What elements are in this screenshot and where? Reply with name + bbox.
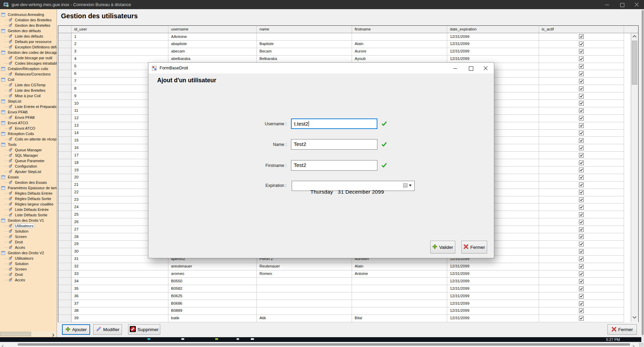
sidebar-item[interactable]: Tools	[0, 142, 57, 147]
sidebar-item[interactable]: Coils en attente de réception	[0, 136, 57, 142]
checkbox-checked[interactable]	[579, 212, 584, 217]
sidebar-item[interactable]: Accès	[0, 277, 57, 283]
sidebar-item[interactable]: Droit	[0, 239, 57, 245]
rdp-vscroll-thumb[interactable]	[642, 10, 644, 335]
row-header-cell[interactable]	[58, 167, 71, 174]
username-field[interactable]: t.test2	[291, 118, 377, 129]
sidebar-item[interactable]: Envoi PFAB	[0, 109, 57, 115]
dialog-titlebar[interactable]: FormBaseDroit	[148, 63, 494, 73]
row-header-cell[interactable]	[58, 100, 71, 107]
row-header-cell[interactable]	[58, 270, 71, 278]
taskbar-icon[interactable]	[181, 338, 184, 340]
checkbox-checked[interactable]	[579, 286, 584, 291]
checkbox-checked[interactable]	[579, 71, 584, 76]
checkbox-checked[interactable]	[579, 227, 584, 232]
row-header-cell[interactable]	[58, 241, 71, 248]
taskbar-icon[interactable]	[251, 338, 254, 340]
sidebar-item[interactable]: Liste Entrée et Préparation	[0, 104, 57, 109]
sidebar-item[interactable]: Essais	[0, 174, 57, 180]
taskbar-item[interactable]	[21, 338, 31, 340]
sidebar-item[interactable]: Configuration	[0, 164, 57, 169]
row-header-cell[interactable]	[58, 78, 71, 85]
row-header-cell[interactable]	[58, 218, 71, 226]
dialog-maximize-icon[interactable]	[468, 66, 473, 70]
row-header-cell[interactable]	[58, 300, 71, 307]
sidebar-item[interactable]: Solution	[0, 229, 57, 234]
sidebar-item[interactable]: Coil	[0, 77, 57, 82]
sidebar-item[interactable]: Codes blocages intraitables	[0, 61, 57, 66]
expiration-date-picker[interactable]: Thursday 31 December 2099	[292, 181, 415, 191]
row-header-cell[interactable]	[58, 115, 71, 122]
table-row[interactable]: 3abecamBecamAurore12/31/2099	[58, 48, 638, 56]
taskbar-icon[interactable]	[215, 338, 218, 340]
sidebar-item[interactable]: Liste des défauts	[0, 34, 57, 39]
checkbox-checked[interactable]	[579, 57, 584, 61]
checkbox-checked[interactable]	[579, 220, 584, 224]
sidebar-item[interactable]: Relances/Corrections	[0, 71, 57, 77]
rdp-horizontal-scrollbar[interactable]	[0, 342, 644, 347]
sidebar-item[interactable]: Utilisateurs	[0, 223, 57, 229]
sidebar-item[interactable]: Règles Défauts Entrée	[0, 191, 57, 196]
checkbox-checked[interactable]	[579, 234, 584, 239]
checkbox-checked[interactable]	[579, 42, 584, 46]
row-header-cell[interactable]	[58, 196, 71, 204]
dialog-close-button[interactable]: Fermer	[461, 241, 487, 254]
maximize-icon[interactable]	[620, 2, 624, 7]
sidebar-item[interactable]: Continuous Annealing	[0, 12, 57, 17]
row-header-cell[interactable]	[58, 107, 71, 115]
sidebar-item[interactable]: Gestion des Droits V2	[0, 250, 57, 256]
checkbox-checked[interactable]	[579, 175, 584, 180]
row-header-cell[interactable]	[58, 159, 71, 167]
minimize-icon[interactable]	[605, 2, 609, 7]
sidebar-item[interactable]: Liste des CGTemp	[0, 82, 57, 88]
table-row[interactable]: 32areutenauerReutenauerAlain12/31/2099	[58, 263, 638, 270]
checkbox-checked[interactable]	[579, 94, 584, 99]
checkbox-checked[interactable]	[579, 316, 584, 321]
sidebar-item[interactable]: Paramètres Epaisseur de laminage	[0, 185, 57, 191]
row-header-cell[interactable]	[58, 63, 71, 70]
add-user-button[interactable]: Ajouter	[62, 324, 90, 335]
row-header-cell[interactable]	[58, 137, 71, 144]
row-header-cell[interactable]	[58, 130, 71, 137]
row-header-cell[interactable]	[58, 248, 71, 256]
row-header-cell[interactable]	[58, 181, 71, 189]
sidebar-item[interactable]: Accès	[0, 245, 57, 250]
sidebar-item[interactable]: Réception Coils	[0, 131, 57, 136]
sidebar-item[interactable]: Screen	[0, 234, 57, 239]
scroll-right-icon[interactable]	[632, 343, 635, 347]
checkbox-checked[interactable]	[579, 272, 584, 276]
checkbox-checked[interactable]	[579, 131, 584, 135]
name-field[interactable]: Test2	[291, 139, 377, 150]
sidebar-item[interactable]: Exception Définitions défauts	[0, 44, 57, 50]
sidebar-item[interactable]: Gestion des défauts	[0, 28, 57, 34]
checkbox-checked[interactable]	[579, 190, 584, 195]
row-header-cell[interactable]	[58, 256, 71, 263]
sidebar-item[interactable]: Règles largeur cisaillée	[0, 201, 57, 207]
checkbox-checked[interactable]	[579, 153, 584, 158]
table-row[interactable]: 1AAntoine12/31/2099	[58, 33, 638, 41]
row-header-cell[interactable]	[58, 203, 71, 211]
sidebar-item[interactable]: Droit	[0, 272, 57, 277]
sidebar-item[interactable]: Defauts par ressource	[0, 39, 57, 44]
table-row[interactable]: 34B055012/31/2099	[58, 278, 638, 285]
delete-user-button[interactable]: Supprimer	[128, 324, 160, 335]
table-row[interactable]: 37B068612/31/2099	[58, 300, 638, 307]
column-header-date_expiration[interactable]: date_expiration	[447, 26, 539, 33]
checkbox-checked[interactable]	[579, 242, 584, 246]
sidebar-item[interactable]: Ajouter StepList	[0, 169, 57, 174]
sidebar-item[interactable]: Solution	[0, 261, 57, 266]
row-header-cell[interactable]	[58, 144, 71, 152]
checkbox-checked[interactable]	[579, 279, 584, 284]
column-header-id_user[interactable]: id_user	[71, 26, 168, 33]
sidebar-item[interactable]: Liste Défauts Entrée	[0, 207, 57, 212]
row-header-cell[interactable]	[58, 56, 71, 63]
sidebar-item[interactable]: Utilisateurs	[0, 256, 57, 261]
resize-grip[interactable]	[639, 343, 644, 347]
checkbox-checked[interactable]	[579, 101, 584, 106]
scroll-left-icon[interactable]	[1, 343, 4, 347]
checkbox-checked[interactable]	[579, 116, 584, 121]
checkbox-checked[interactable]	[579, 34, 584, 39]
row-header-cell[interactable]	[58, 70, 71, 78]
row-header-cell[interactable]	[58, 263, 71, 270]
checkbox-checked[interactable]	[579, 197, 584, 202]
